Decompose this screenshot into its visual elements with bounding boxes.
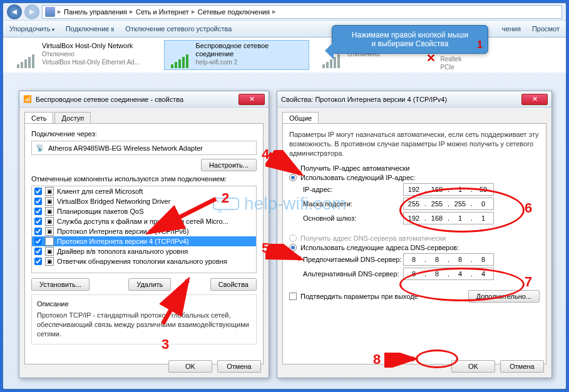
gw-field[interactable]: 192.168.1.1	[403, 212, 494, 224]
callout-num: 1	[477, 39, 483, 51]
folder-icon	[45, 7, 55, 17]
manual-dns-label: Использовать следующие адреса DNS-сервер…	[300, 244, 459, 251]
wifi-small-icon: 📶	[23, 95, 32, 104]
menu-trunc1[interactable]: чения	[502, 25, 521, 33]
tab-network[interactable]: Сеть	[24, 112, 53, 124]
comp-3[interactable]: Служба доступа к файлам и принтерам сете…	[57, 218, 228, 225]
mask-field[interactable]: 255.255.255.0	[403, 198, 494, 210]
connection-item-2[interactable]: Беспроводное сетевое соединение help-wif…	[165, 41, 309, 69]
conn1-name: VirtualBox Host-Only Network	[42, 42, 133, 49]
chk-7[interactable]	[34, 258, 42, 265]
crumb-l3[interactable]: Сетевые подключения	[198, 8, 270, 16]
comp-7[interactable]: Ответчик обнаружения топологии канальног…	[57, 258, 227, 265]
callout-line1: Нажимаем правой кнопкой мыши	[339, 31, 481, 39]
gw-label: Основной шлюз:	[303, 214, 403, 222]
conn1-status: Отключено	[42, 51, 74, 58]
close-button[interactable]: ✕	[521, 94, 548, 105]
comp-0[interactable]: Клиент для сетей Microsoft	[57, 188, 143, 195]
annot-3: 3	[161, 336, 169, 353]
menu-trunc2[interactable]: Просмот	[532, 25, 560, 33]
chk-6[interactable]	[34, 248, 42, 255]
connect-via-label: Подключение через:	[31, 130, 257, 138]
chk-2[interactable]	[34, 208, 42, 215]
adapter-name: Atheros AR9485WB-EG Wireless Network Ada…	[48, 144, 203, 152]
annot-2: 2	[222, 190, 229, 206]
conn4-dev: Realtek PCIe	[441, 56, 462, 71]
nav-fwd-icon: ►	[24, 4, 39, 19]
annot-6: 6	[525, 200, 532, 216]
conn2-name: Беспроводное сетевое соединение	[196, 42, 269, 58]
crumb-l2[interactable]: Сеть и Интернет	[136, 8, 189, 16]
ok-button[interactable]: OK	[168, 360, 212, 373]
dns1-field[interactable]: 8.8.8.8	[403, 253, 494, 266]
disconnect-device[interactable]: Отключение сетевого устройства	[125, 25, 232, 33]
callout-line2: и выбираем Свойства	[339, 39, 481, 48]
desc-title: Описание	[37, 300, 251, 308]
close-button[interactable]: ✕	[238, 94, 265, 105]
dns2-field[interactable]: 8.8.4.4	[403, 268, 494, 280]
comp-2[interactable]: Планировщик пакетов QoS	[57, 208, 144, 215]
address-bar[interactable]: ▸ Панель управления ▸ Сеть и Интернет ▸ …	[42, 5, 562, 19]
chk-0[interactable]	[34, 188, 42, 195]
component-icon: ▣	[45, 227, 54, 236]
component-icon: ▣	[45, 257, 54, 266]
annot-4: 4	[262, 146, 269, 163]
uninstall-button[interactable]: Удалить	[128, 278, 171, 291]
chk-3[interactable]	[34, 218, 42, 225]
connection-item-1[interactable]: VirtualBox Host-Only Network Отключено V…	[12, 42, 156, 68]
crumb-root[interactable]: Панель управления	[64, 8, 127, 16]
desc-text: Протокол TCP/IP - стандартный протокол г…	[37, 311, 251, 339]
ip-label: IP-адрес:	[303, 186, 403, 193]
install-button[interactable]: Установить...	[31, 278, 90, 291]
network-icon	[12, 42, 38, 68]
nav-back-icon[interactable]: ◄	[7, 4, 22, 19]
component-icon: ▣	[45, 197, 54, 206]
radio-auto-ip[interactable]	[289, 164, 297, 172]
properties-button[interactable]: Свойства	[210, 278, 257, 291]
chk-5[interactable]	[34, 238, 42, 245]
auto-ip-label: Получить IP-адрес автоматически	[300, 164, 409, 172]
auto-dns-label: Получить адрес DNS-сервера автоматически	[300, 234, 446, 242]
ipv4-properties-dialog: Свойства: Протокол Интернета версии 4 (T…	[277, 91, 552, 378]
ok-button-ipv4[interactable]: OK	[451, 360, 495, 373]
components-label: Отмеченные компоненты используются этим …	[31, 175, 257, 183]
dlg1-title: Беспроводное сетевое соединение - свойст…	[36, 96, 183, 103]
comp-6[interactable]: Драйвер в/в тополога канального уровня	[57, 248, 188, 255]
properties-dialog: 📶 Беспроводное сетевое соединение - свой…	[19, 91, 269, 378]
conn2-status: help-wifi.com 2	[196, 59, 238, 66]
intro-text: Параметры IP могут назначаться автоматич…	[289, 130, 540, 158]
organize-menu[interactable]: Упорядочить	[9, 25, 54, 33]
comp-4[interactable]: Протокол Интернета версии 6 (TCP/IPv6)	[57, 228, 189, 235]
annot-7: 7	[525, 274, 532, 290]
component-icon: ▣	[45, 217, 54, 226]
confirm-label: Подтвердить параметры при выходе	[300, 293, 418, 300]
conn1-dev: VirtualBox Host-Only Ethernet Ad...	[42, 59, 140, 66]
dns1-label: Предпочитаемый DNS-сервер:	[303, 256, 403, 263]
radio-auto-dns	[289, 234, 297, 242]
ip-field[interactable]: 192.168.1.50	[403, 183, 494, 196]
advanced-button[interactable]: Дополнительно...	[468, 290, 540, 303]
chk-1[interactable]	[34, 198, 42, 205]
comp-1[interactable]: VirtualBox Bridged Networking Driver	[57, 198, 170, 205]
cancel-button[interactable]: Отмена	[217, 360, 261, 373]
connect-to[interactable]: Подключение к	[66, 25, 115, 33]
radio-manual-dns[interactable]	[289, 244, 297, 251]
dns2-label: Альтернативный DNS-сервер:	[303, 270, 403, 278]
comp-5[interactable]: Протокол Интернета версии 4 (TCP/IPv4)	[57, 238, 189, 245]
tab-general[interactable]: Общие	[282, 112, 319, 124]
cancel-button-ipv4[interactable]: Отмена	[500, 360, 544, 373]
chk-4[interactable]	[34, 228, 42, 235]
radio-manual-ip[interactable]	[289, 174, 297, 181]
manual-ip-label: Использовать следующий IP-адрес:	[300, 174, 416, 181]
annot-8: 8	[373, 351, 381, 368]
adapter-field: 📡 Atheros AR9485WB-EG Wireless Network A…	[31, 141, 257, 155]
configure-button[interactable]: Настроить...	[201, 159, 257, 171]
tab-access[interactable]: Доступ	[54, 112, 91, 124]
wifi-icon	[166, 42, 192, 68]
confirm-checkbox[interactable]	[289, 293, 297, 300]
component-icon: ▣	[45, 207, 54, 216]
component-icon: ▣	[45, 237, 54, 246]
adapter-icon: 📡	[36, 144, 44, 152]
annotation-callout: Нажимаем правой кнопкой мыши и выбираем …	[332, 25, 488, 54]
component-icon: ▣	[45, 187, 54, 196]
